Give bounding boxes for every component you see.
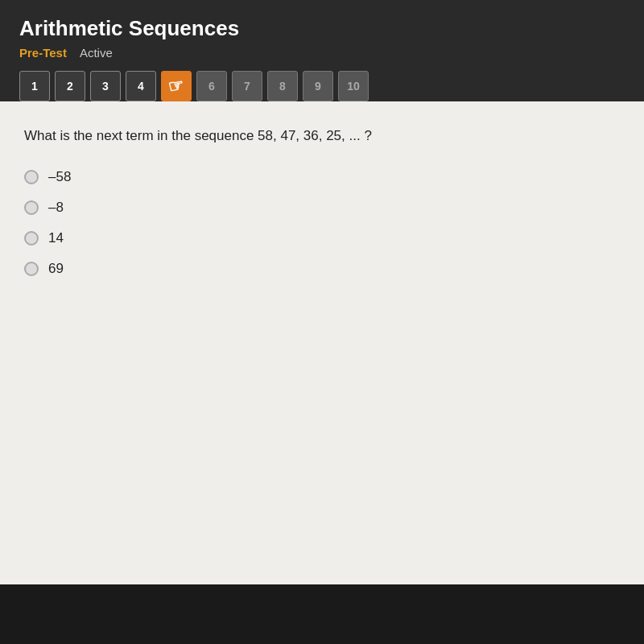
option-label-2: 14 [48, 230, 64, 246]
nav-btn-6[interactable]: 6 [196, 71, 227, 101]
option-label-1: –8 [48, 200, 64, 216]
nav-btn-7[interactable]: 7 [232, 71, 262, 101]
option-item-3[interactable]: 69 [24, 261, 620, 277]
nav-btn-3[interactable]: 3 [90, 71, 121, 101]
radio-circle-0 [24, 170, 39, 184]
radio-circle-1 [24, 200, 39, 215]
question-text: What is the next term in the sequence 58… [24, 126, 620, 147]
nav-btn-9[interactable]: 9 [303, 71, 333, 101]
cursor-pointer-icon: ☞ [167, 76, 186, 96]
option-item-0[interactable]: –58 [24, 169, 620, 185]
pre-test-label: Pre-Test [19, 46, 67, 60]
option-item-1[interactable]: –8 [24, 200, 620, 216]
nav-btn-10[interactable]: 10 [338, 71, 369, 101]
radio-circle-2 [24, 231, 39, 246]
nav-btn-4[interactable]: 4 [126, 71, 156, 101]
nav-btn-2[interactable]: 2 [55, 71, 85, 101]
subtitle-row: Pre-Test Active [19, 46, 625, 60]
page-title: Arithmetic Sequences [19, 16, 625, 41]
option-item-2[interactable]: 14 [24, 230, 620, 246]
radio-circle-3 [24, 262, 39, 276]
question-nav: 1234☞678910 [19, 71, 625, 101]
nav-btn-8[interactable]: 8 [267, 71, 298, 101]
header: Arithmetic Sequences Pre-Test Active 123… [0, 0, 644, 101]
option-label-0: –58 [48, 169, 71, 185]
nav-btn-5[interactable]: ☞ [161, 71, 192, 101]
nav-btn-1[interactable]: 1 [19, 71, 50, 101]
option-label-3: 69 [48, 261, 64, 277]
options-list: –58–81469 [24, 169, 620, 277]
active-label: Active [80, 46, 113, 60]
main-content: What is the next term in the sequence 58… [0, 101, 644, 584]
